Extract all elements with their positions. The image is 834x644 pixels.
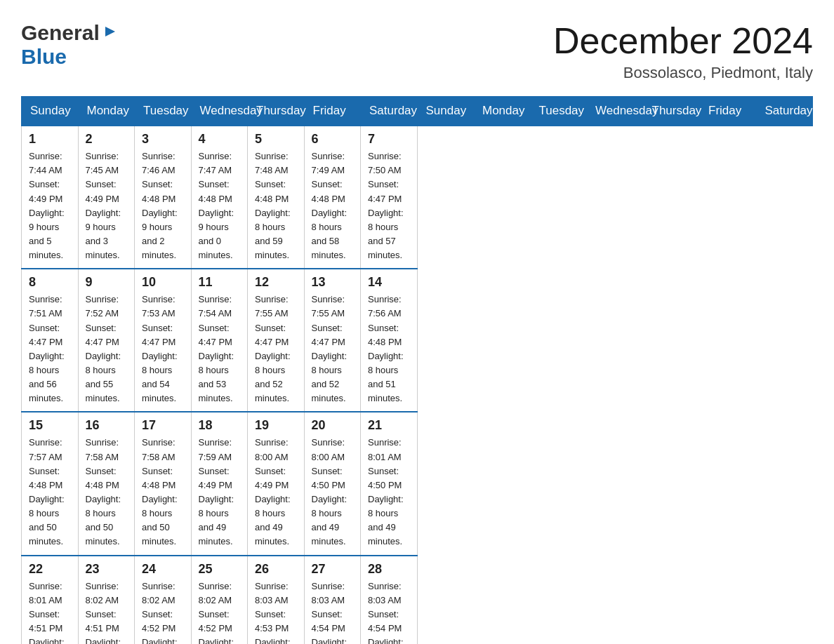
calendar-cell: 2Sunrise: 7:45 AMSunset: 4:49 PMDaylight…: [78, 126, 135, 269]
day-info: Sunrise: 7:55 AMSunset: 4:47 PMDaylight:…: [312, 294, 348, 403]
day-number: 19: [255, 418, 297, 433]
calendar-cell: 3Sunrise: 7:46 AMSunset: 4:48 PMDaylight…: [135, 126, 192, 269]
day-info: Sunrise: 7:47 AMSunset: 4:48 PMDaylight:…: [199, 151, 234, 260]
calendar-table: SundayMondayTuesdayWednesdayThursdayFrid…: [21, 96, 813, 644]
weekday-header-thursday: Thursday: [643, 97, 700, 126]
calendar-header-row: SundayMondayTuesdayWednesdayThursdayFrid…: [22, 97, 813, 126]
calendar-week-row: 22Sunrise: 8:01 AMSunset: 4:51 PMDayligh…: [22, 556, 813, 644]
day-info: Sunrise: 7:45 AMSunset: 4:49 PMDaylight:…: [86, 151, 121, 260]
day-number: 9: [86, 275, 128, 290]
day-info: Sunrise: 7:56 AMSunset: 4:48 PMDaylight:…: [368, 294, 404, 403]
day-number: 17: [142, 418, 184, 433]
calendar-cell: 13Sunrise: 7:55 AMSunset: 4:47 PMDayligh…: [304, 269, 361, 412]
day-number: 22: [29, 562, 71, 577]
weekday-header-monday: Monday: [474, 97, 531, 126]
day-number: 1: [29, 132, 71, 147]
logo-blue-text: Blue: [21, 45, 67, 68]
day-info: Sunrise: 7:53 AMSunset: 4:47 PMDaylight:…: [142, 294, 178, 403]
header-friday: Friday: [304, 97, 361, 126]
day-number: 21: [368, 418, 410, 433]
calendar-cell: 6Sunrise: 7:49 AMSunset: 4:48 PMDaylight…: [304, 126, 361, 269]
calendar-cell: 7Sunrise: 7:50 AMSunset: 4:47 PMDaylight…: [361, 126, 418, 269]
weekday-header-tuesday: Tuesday: [530, 97, 587, 126]
calendar-cell: 24Sunrise: 8:02 AMSunset: 4:52 PMDayligh…: [135, 556, 192, 644]
header-monday: Monday: [78, 97, 135, 126]
weekday-header-friday: Friday: [700, 97, 757, 126]
day-number: 28: [368, 562, 410, 577]
day-number: 10: [142, 275, 184, 290]
calendar-cell: 19Sunrise: 8:00 AMSunset: 4:49 PMDayligh…: [248, 412, 305, 555]
calendar-cell: 4Sunrise: 7:47 AMSunset: 4:48 PMDaylight…: [191, 126, 248, 269]
weekday-header-saturday: Saturday: [756, 97, 813, 126]
page-header: General Blue December 2024 Bossolasco, P…: [21, 21, 813, 82]
day-number: 13: [312, 275, 354, 290]
day-info: Sunrise: 8:02 AMSunset: 4:52 PMDaylight:…: [142, 581, 178, 644]
location-text: Bossolasco, Piedmont, Italy: [553, 64, 813, 82]
header-sunday: Sunday: [22, 97, 79, 126]
day-number: 6: [312, 132, 354, 147]
header-tuesday: Tuesday: [135, 97, 192, 126]
calendar-cell: 14Sunrise: 7:56 AMSunset: 4:48 PMDayligh…: [361, 269, 418, 412]
day-info: Sunrise: 8:03 AMSunset: 4:54 PMDaylight:…: [312, 581, 348, 644]
day-info: Sunrise: 7:46 AMSunset: 4:48 PMDaylight:…: [142, 151, 178, 260]
day-info: Sunrise: 8:01 AMSunset: 4:51 PMDaylight:…: [29, 581, 65, 644]
calendar-cell: 27Sunrise: 8:03 AMSunset: 4:54 PMDayligh…: [304, 556, 361, 644]
day-number: 8: [29, 275, 71, 290]
logo: General Blue: [21, 21, 118, 69]
calendar-cell: 5Sunrise: 7:48 AMSunset: 4:48 PMDaylight…: [248, 126, 305, 269]
weekday-header-sunday: Sunday: [417, 97, 474, 126]
calendar-cell: 11Sunrise: 7:54 AMSunset: 4:47 PMDayligh…: [191, 269, 248, 412]
calendar-cell: 23Sunrise: 8:02 AMSunset: 4:51 PMDayligh…: [78, 556, 135, 644]
calendar-week-row: 8Sunrise: 7:51 AMSunset: 4:47 PMDaylight…: [22, 269, 813, 412]
day-info: Sunrise: 7:44 AMSunset: 4:49 PMDaylight:…: [29, 151, 65, 260]
day-number: 12: [255, 275, 297, 290]
day-info: Sunrise: 7:58 AMSunset: 4:48 PMDaylight:…: [142, 437, 178, 546]
day-info: Sunrise: 7:51 AMSunset: 4:47 PMDaylight:…: [29, 294, 65, 403]
calendar-week-row: 15Sunrise: 7:57 AMSunset: 4:48 PMDayligh…: [22, 412, 813, 555]
day-info: Sunrise: 7:50 AMSunset: 4:47 PMDaylight:…: [368, 151, 404, 260]
day-number: 3: [142, 132, 184, 147]
day-info: Sunrise: 8:03 AMSunset: 4:53 PMDaylight:…: [255, 581, 291, 644]
day-number: 25: [199, 562, 241, 577]
svg-marker-0: [105, 27, 115, 36]
day-info: Sunrise: 7:57 AMSunset: 4:48 PMDaylight:…: [29, 437, 65, 546]
day-number: 2: [86, 132, 128, 147]
day-info: Sunrise: 8:02 AMSunset: 4:52 PMDaylight:…: [199, 581, 234, 644]
day-info: Sunrise: 8:00 AMSunset: 4:49 PMDaylight:…: [255, 437, 291, 546]
day-info: Sunrise: 8:01 AMSunset: 4:50 PMDaylight:…: [368, 437, 404, 546]
day-number: 26: [255, 562, 297, 577]
day-number: 18: [199, 418, 241, 433]
day-info: Sunrise: 8:02 AMSunset: 4:51 PMDaylight:…: [86, 581, 121, 644]
weekday-header-wednesday: Wednesday: [587, 97, 644, 126]
logo-triangle-icon: [102, 24, 118, 39]
header-thursday: Thursday: [248, 97, 305, 126]
day-info: Sunrise: 7:54 AMSunset: 4:47 PMDaylight:…: [199, 294, 234, 403]
day-number: 20: [312, 418, 354, 433]
day-info: Sunrise: 7:58 AMSunset: 4:48 PMDaylight:…: [86, 437, 121, 546]
calendar-cell: 28Sunrise: 8:03 AMSunset: 4:54 PMDayligh…: [361, 556, 418, 644]
calendar-cell: 25Sunrise: 8:02 AMSunset: 4:52 PMDayligh…: [191, 556, 248, 644]
day-number: 7: [368, 132, 410, 147]
day-info: Sunrise: 8:03 AMSunset: 4:54 PMDaylight:…: [368, 581, 404, 644]
logo-general-text: General: [21, 21, 100, 45]
day-number: 4: [199, 132, 241, 147]
day-info: Sunrise: 7:55 AMSunset: 4:47 PMDaylight:…: [255, 294, 291, 403]
day-number: 15: [29, 418, 71, 433]
calendar-cell: 18Sunrise: 7:59 AMSunset: 4:49 PMDayligh…: [191, 412, 248, 555]
calendar-cell: 8Sunrise: 7:51 AMSunset: 4:47 PMDaylight…: [22, 269, 79, 412]
day-number: 16: [86, 418, 128, 433]
day-number: 23: [86, 562, 128, 577]
day-info: Sunrise: 8:00 AMSunset: 4:50 PMDaylight:…: [312, 437, 348, 546]
day-number: 14: [368, 275, 410, 290]
day-number: 5: [255, 132, 297, 147]
header-saturday: Saturday: [361, 97, 418, 126]
calendar-cell: 17Sunrise: 7:58 AMSunset: 4:48 PMDayligh…: [135, 412, 192, 555]
title-section: December 2024 Bossolasco, Piedmont, Ital…: [553, 21, 813, 82]
calendar-cell: 12Sunrise: 7:55 AMSunset: 4:47 PMDayligh…: [248, 269, 305, 412]
day-info: Sunrise: 7:49 AMSunset: 4:48 PMDaylight:…: [312, 151, 348, 260]
calendar-cell: 15Sunrise: 7:57 AMSunset: 4:48 PMDayligh…: [22, 412, 79, 555]
calendar-week-row: 1Sunrise: 7:44 AMSunset: 4:49 PMDaylight…: [22, 126, 813, 269]
calendar-cell: 21Sunrise: 8:01 AMSunset: 4:50 PMDayligh…: [361, 412, 418, 555]
calendar-cell: 9Sunrise: 7:52 AMSunset: 4:47 PMDaylight…: [78, 269, 135, 412]
calendar-cell: 10Sunrise: 7:53 AMSunset: 4:47 PMDayligh…: [135, 269, 192, 412]
